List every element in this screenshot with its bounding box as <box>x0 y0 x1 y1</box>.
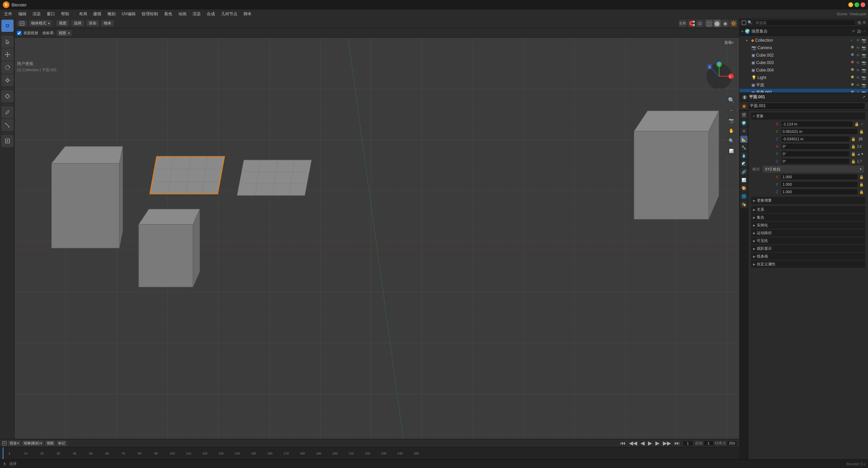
prop-expand-icon[interactable]: ↗ <box>862 95 865 99</box>
menu-window[interactable]: 窗口 <box>44 11 58 18</box>
loc-z-lock[interactable]: 🔒 <box>851 137 856 141</box>
solid-btn[interactable]: ⬤ <box>713 20 721 27</box>
light-render[interactable]: 📷 <box>861 76 867 80</box>
rot-x-value[interactable]: 0° <box>781 143 850 149</box>
hand-btn[interactable]: ✋ <box>727 126 736 135</box>
scale-x-value[interactable]: 1.000 <box>781 174 858 180</box>
global-dropdown[interactable]: 全局 <box>679 20 686 27</box>
rot-y-value[interactable]: 0° <box>781 151 850 157</box>
minimize-button[interactable] <box>848 2 853 7</box>
prop-tab-scene[interactable]: 🎭 <box>740 201 748 208</box>
mode-dropdown[interactable]: 物体模式 ▾ <box>29 20 52 26</box>
jump-end-btn[interactable]: ⏭ <box>673 440 681 446</box>
zoom-out-btn[interactable]: − <box>727 106 736 115</box>
instancing-header[interactable]: ▶ 实例化 <box>751 222 865 229</box>
tool-transform[interactable] <box>1 90 14 102</box>
menu-modeling[interactable]: 建模 <box>91 11 104 18</box>
tool-scale[interactable] <box>1 74 14 86</box>
collection-expand[interactable]: ▾ <box>746 39 750 42</box>
c004-render[interactable]: 📷 <box>861 68 867 73</box>
lineart-header[interactable]: ▶ 线条画 <box>751 253 865 260</box>
next-keyframe-btn[interactable]: ▶ <box>654 440 660 446</box>
collections-header[interactable]: ▶ 集合 <box>751 214 865 221</box>
menu-scripting[interactable]: 脚本 <box>241 11 254 18</box>
add-menu[interactable]: 添加 <box>86 20 99 26</box>
menu-sculpt[interactable]: 雕刻 <box>105 11 118 18</box>
tree-item-light[interactable]: 💡 Light 👁 📷 <box>739 74 868 81</box>
end-frame[interactable]: 250 <box>727 441 737 446</box>
c004-eye[interactable]: 👁 <box>855 68 861 73</box>
col-eye[interactable]: 👁 <box>855 38 861 43</box>
scene-camera-icon[interactable]: 🎥 <box>857 29 862 34</box>
tool-cursor[interactable] <box>1 36 14 48</box>
scene-exclude-icon[interactable]: ✓ <box>863 29 866 34</box>
viewport-options-btn[interactable]: 选项» <box>722 39 736 46</box>
motion-path-header[interactable]: ▶ 运动路径 <box>751 229 865 237</box>
rot-z-lock[interactable]: 🔒 <box>851 159 856 164</box>
outliner-search-input[interactable] <box>754 20 855 26</box>
scene-eye-icon[interactable]: 👁 <box>852 29 855 34</box>
rot-x-lock[interactable]: 🔒 <box>851 144 856 149</box>
current-frame-display[interactable]: 1 <box>683 441 693 446</box>
material-btn[interactable]: ◉ <box>722 20 729 27</box>
timeline-view-btn[interactable]: 视图 <box>45 441 55 446</box>
tree-item-camera[interactable]: 📷 Camera 👁 📷 <box>739 44 868 52</box>
tree-item-cube003[interactable]: ▣ Cube.003 👁 📷 <box>739 59 868 66</box>
surface-snap-checkbox[interactable] <box>17 31 21 35</box>
viewport[interactable]: 物体模式 ▾ 视图 选择 添加 物体 全局 🧲 ⊙ ▢ <box>15 18 739 468</box>
c002-render[interactable]: 📷 <box>861 53 867 58</box>
tree-item-collection[interactable]: ▾ ◆ Collection ✓ 👁 📷 <box>739 37 868 44</box>
prop-tab-data[interactable]: 📊 <box>740 176 748 184</box>
menu-texture-paint[interactable]: 纹理绘制 <box>139 11 161 18</box>
search-btn[interactable]: 🔍 <box>727 136 736 145</box>
menu-help[interactable]: 帮助 <box>58 11 72 18</box>
camera-btn[interactable]: 📷 <box>727 116 736 125</box>
zoom-in-btn[interactable]: 🔍 <box>727 96 736 104</box>
viewport-gizmo[interactable]: X Y Z <box>704 61 734 91</box>
loc-x-value[interactable]: -1.114 m <box>781 121 853 127</box>
prev-keyframe-btn[interactable]: ◀ <box>639 440 646 446</box>
light-eye[interactable]: 👁 <box>855 76 861 80</box>
menu-layout[interactable]: 布局 <box>76 11 90 18</box>
close-button[interactable] <box>861 2 865 7</box>
cam-eye[interactable]: 👁 <box>855 46 861 50</box>
plane001-render[interactable]: 📷 <box>861 90 867 93</box>
menu-file[interactable]: 文件 <box>1 11 15 18</box>
menu-edit[interactable]: 编辑 <box>16 11 29 18</box>
maximize-button[interactable] <box>854 2 859 7</box>
tree-item-plane001[interactable]: ▣ 平面.001 👁 📷 <box>739 89 868 93</box>
mode-dropdown[interactable]: XYZ 欧拉 ▾ <box>763 166 864 172</box>
transform-header[interactable]: ▾ 变换 <box>751 113 865 120</box>
rendered-btn[interactable]: 🔆 <box>730 20 737 27</box>
col-exclude[interactable]: ✓ <box>849 38 854 43</box>
jump-start-btn[interactable]: ⏮ <box>619 440 627 446</box>
loc-z-value[interactable]: -0.034011 m <box>781 136 850 142</box>
menu-uv[interactable]: UV编辑 <box>119 11 138 18</box>
proportional-btn[interactable]: ⊙ <box>696 20 704 27</box>
menu-compositing[interactable]: 合成 <box>204 11 218 18</box>
prop-tab-world[interactable]: 🌐 <box>740 192 748 200</box>
wireframe-btn[interactable]: ▢ <box>705 20 713 27</box>
tool-rotate[interactable] <box>1 61 14 74</box>
editor-type-btn[interactable] <box>17 20 27 26</box>
prop-tab-output[interactable]: 🌍 <box>740 119 748 127</box>
viewport-display-header[interactable]: ▶ 观距显示 <box>751 245 865 252</box>
rot-y-lock[interactable]: 🔒 <box>851 152 856 156</box>
timeline-markers-btn[interactable]: 标记 <box>57 441 67 446</box>
scale-y-lock[interactable]: 🔒 <box>859 182 864 187</box>
prop-tab-physics[interactable]: 🌊 <box>740 160 748 167</box>
scale-x-lock[interactable]: 🔒 <box>859 175 864 179</box>
prop-tab-constraints[interactable]: 🔗 <box>740 168 748 176</box>
scene-expand[interactable]: ▾ <box>742 29 743 33</box>
scale-y-value[interactable]: 1.000 <box>781 181 858 187</box>
menu-shading[interactable]: 着色 <box>161 11 175 18</box>
tool-select[interactable] <box>1 20 14 32</box>
plane-selected[interactable] <box>146 150 228 202</box>
object-menu[interactable]: 物体 <box>101 20 114 26</box>
prop-tab-material[interactable]: 🎨 <box>740 184 748 192</box>
plane-render[interactable]: 📷 <box>861 83 867 87</box>
scale-z-lock[interactable]: 🔒 <box>859 190 864 194</box>
tool-move[interactable] <box>1 48 14 61</box>
select-menu[interactable]: 选择 <box>71 20 84 26</box>
prop-tab-particles[interactable]: 💧 <box>740 152 748 159</box>
